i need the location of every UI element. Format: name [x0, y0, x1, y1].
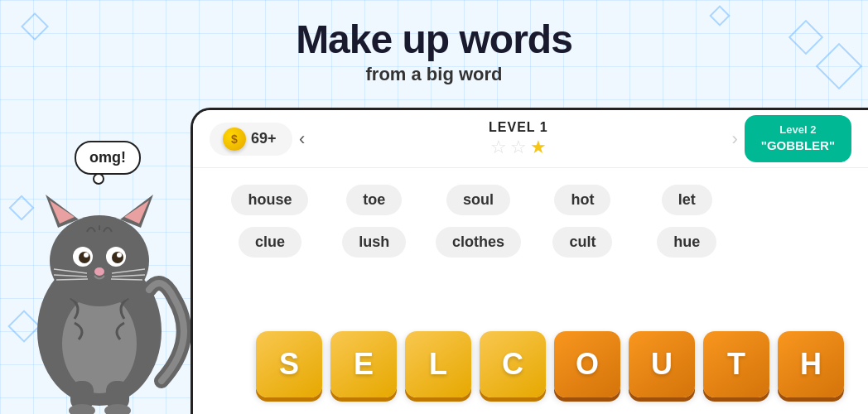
level-label: LEVEL 1 — [311, 120, 725, 135]
word-hue: hue — [657, 227, 716, 258]
svg-line-19 — [111, 279, 142, 280]
word-chip-cult[interactable]: cult — [531, 227, 635, 258]
coin-count: 69+ — [251, 130, 277, 147]
speech-text: omg! — [89, 149, 126, 166]
title-area: Make up words from a big word — [0, 17, 868, 85]
star-1: ☆ — [490, 137, 507, 158]
word-chip-clothes[interactable]: clothes — [427, 227, 531, 258]
word-chip-let[interactable]: let — [634, 185, 739, 215]
word-let: let — [662, 185, 712, 215]
tile-H[interactable]: H — [778, 331, 844, 397]
word-lush: lush — [342, 227, 406, 258]
word-clue: clue — [239, 227, 301, 258]
word-chip-hot[interactable]: hot — [531, 185, 635, 215]
next-level-label: Level 2 — [761, 123, 835, 137]
coin-icon: $ — [223, 128, 246, 151]
nav-right-arrow[interactable]: › — [725, 128, 744, 150]
tile-U[interactable]: U — [629, 331, 695, 397]
stars-row: ☆ ☆ ★ — [311, 137, 725, 158]
word-chip-soul[interactable]: soul — [427, 185, 531, 215]
svg-point-1 — [62, 294, 137, 393]
word-hot: hot — [554, 185, 610, 215]
svg-point-11 — [84, 253, 89, 258]
word-chip-house[interactable]: house — [218, 185, 322, 215]
speech-bubble: omg! — [75, 141, 141, 175]
word-chip-toe[interactable]: toe — [322, 185, 427, 215]
main-title: Make up words — [0, 17, 868, 62]
next-level-name: "GOBBLER" — [761, 137, 835, 154]
svg-line-16 — [56, 279, 88, 280]
star-2: ☆ — [510, 137, 527, 158]
tile-S[interactable]: S — [256, 331, 322, 397]
svg-point-13 — [94, 267, 104, 276]
next-level-button[interactable]: Level 2 "GOBBLER" — [745, 115, 851, 161]
word-soul: soul — [446, 185, 510, 215]
tile-E[interactable]: E — [330, 331, 397, 397]
word-house: house — [231, 185, 308, 215]
coin-area[interactable]: $ 69+ — [210, 123, 292, 156]
panel-topbar: $ 69+ ‹ LEVEL 1 ☆ ☆ ★ › Level 2 "GOBBLER… — [193, 110, 868, 168]
word-chip-lush[interactable]: lush — [322, 227, 427, 258]
tile-C[interactable]: C — [480, 331, 546, 397]
sub-title: from a big word — [0, 64, 868, 85]
word-chip-clue[interactable]: clue — [218, 227, 322, 258]
word-chip-hue[interactable]: hue — [634, 227, 739, 258]
tile-O[interactable]: O — [554, 331, 620, 397]
tile-T[interactable]: T — [703, 331, 769, 397]
svg-point-12 — [117, 253, 122, 258]
cat-container: omg! — [8, 99, 190, 414]
nav-left-arrow[interactable]: ‹ — [292, 128, 311, 150]
word-cult: cult — [552, 227, 612, 258]
word-toe: toe — [346, 185, 402, 215]
level-info: LEVEL 1 ☆ ☆ ★ — [311, 120, 725, 158]
words-area: house toe soul hot let clue lush clothes… — [193, 168, 868, 274]
tiles-row: S E L C O U T H — [248, 331, 851, 397]
word-clothes: clothes — [436, 227, 521, 258]
tile-L[interactable]: L — [405, 331, 471, 397]
star-3: ★ — [530, 137, 547, 158]
